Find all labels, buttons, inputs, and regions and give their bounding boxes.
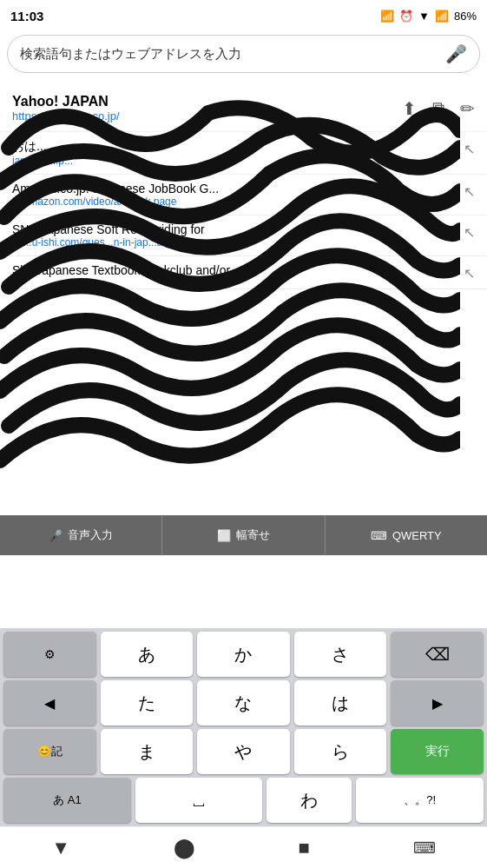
voice-input-icon: 🎤 (49, 529, 63, 542)
yahoo-title: Yahoo! JAPAN (12, 94, 120, 109)
kb-key-switch[interactable]: あ A1 (3, 778, 131, 823)
kb-tab-voice[interactable]: 🎤 音声入力 (0, 515, 162, 555)
nav-back-icon[interactable]: ▼ (51, 837, 70, 859)
suggestion-content: おは... jan-a-se...p... (12, 139, 464, 167)
suggestion-title: おは... (12, 139, 464, 155)
suggestion-item[interactable]: Amazon.co.jp: Japanese JobBook G... jp.a… (0, 175, 487, 215)
suggestion-url: jp.amazon.com/video/a/eur...k.page (12, 195, 394, 208)
kb-key-punct[interactable]: 、。?! (356, 778, 484, 823)
status-time: 11:03 (10, 9, 43, 23)
kb-key-space[interactable]: ⎵ (135, 778, 263, 823)
suggestion-item[interactable]: SNS Japanese Soft Rob... riding for im..… (0, 215, 487, 256)
browser-list: Yahoo! JAPAN https://m.yahoo.co.jp/ ⬆ ⧉ … (0, 76, 487, 298)
kb-key-right[interactable]: ▶ (391, 680, 484, 726)
suggestion-title: SNS Japanese Soft Rob... riding for (12, 222, 464, 236)
kb-key-ha[interactable]: は (294, 680, 387, 726)
suggestion-content: Sky Japanese Textbook bookclub and/or (12, 263, 464, 277)
kb-key-ma[interactable]: ま (101, 729, 194, 774)
kb-row-3: 😊記 ま や ら 実行 (3, 729, 484, 774)
kb-key-wa[interactable]: わ (267, 778, 352, 823)
nav-keyboard-icon[interactable]: ⌨ (413, 838, 436, 858)
cellular-icon: 📶 (435, 10, 449, 23)
arrow-icon: ↖ (464, 141, 475, 157)
kb-key-sa[interactable]: さ (294, 632, 387, 677)
voice-input-label: 音声入力 (68, 527, 113, 543)
kb-key-backspace[interactable]: ⌫ (391, 632, 484, 677)
mic-icon[interactable]: 🎤 (445, 43, 467, 64)
kb-key-enter[interactable]: 実行 (391, 729, 484, 774)
kb-row-2: ◀ た な は ▶ (3, 680, 484, 726)
keyboard: ⚙ あ か さ ⌫ ◀ た な は ▶ 😊記 ま や ら 実行 あ A1 ⎵ わ… (0, 628, 487, 826)
kb-key-ka[interactable]: か (197, 632, 290, 677)
search-input[interactable]: 検索語句またはウェブアドレスを入力 (20, 46, 445, 63)
share-icon[interactable]: ⬆ (402, 98, 417, 119)
kb-key-settings[interactable]: ⚙ (3, 632, 96, 677)
kb-key-ra[interactable]: ら (294, 729, 387, 774)
suggestion-content: SNS Japanese Soft Rob... riding for im..… (12, 222, 464, 248)
search-bar[interactable]: 検索語句またはウェブアドレスを入力 🎤 (7, 35, 480, 73)
width-label: 幅寄せ (236, 527, 270, 543)
keyboard-top-bar: 🎤 音声入力 ⬜ 幅寄せ ⌨ QWERTY (0, 515, 487, 555)
yahoo-actions: ⬆ ⧉ ✏ (402, 98, 475, 119)
qwerty-label: QWERTY (392, 529, 442, 542)
suggestion-title: Amazon.co.jp: Japanese JobBook G... (12, 182, 464, 195)
status-icons: 📶 ⏰ ▼ 📶 86% (380, 10, 477, 23)
yahoo-info: Yahoo! JAPAN https://m.yahoo.co.jp/ (12, 94, 120, 123)
suggestion-content: Amazon.co.jp: Japanese JobBook G... jp.a… (12, 182, 464, 208)
arrow-icon: ↖ (464, 224, 475, 241)
status-bar: 11:03 📶 ⏰ ▼ 📶 86% (0, 0, 487, 31)
nav-bar: ▼ ⬤ ■ ⌨ (0, 826, 487, 868)
kb-tab-width[interactable]: ⬜ 幅寄せ (162, 515, 325, 555)
battery-text: 86% (454, 10, 477, 23)
alarm-icon: ⏰ (399, 10, 413, 23)
yahoo-item[interactable]: Yahoo! JAPAN https://m.yahoo.co.jp/ ⬆ ⧉ … (0, 85, 487, 132)
suggestion-item[interactable]: おは... jan-a-se...p... ↖ (0, 132, 487, 175)
copy-icon[interactable]: ⧉ (432, 98, 444, 118)
arrow-icon: ↖ (464, 183, 475, 200)
kb-key-a[interactable]: あ (101, 632, 194, 677)
suggestion-item[interactable]: Sky Japanese Textbook bookclub and/or ↖ (0, 256, 487, 289)
kb-key-ta[interactable]: た (101, 680, 194, 726)
kb-key-ya[interactable]: や (197, 729, 290, 774)
wifi-icon: ▼ (418, 10, 430, 23)
kb-key-na[interactable]: な (197, 680, 290, 726)
kb-key-left[interactable]: ◀ (3, 680, 96, 726)
signal-icon: 📶 (380, 10, 394, 23)
kb-row-1: ⚙ あ か さ ⌫ (3, 632, 484, 677)
kb-row-4: あ A1 ⎵ わ 、。?! (3, 778, 484, 823)
nav-home-icon[interactable]: ⬤ (174, 837, 195, 859)
keyboard-icon: ⌨ (371, 529, 387, 542)
yahoo-url[interactable]: https://m.yahoo.co.jp/ (12, 109, 120, 123)
nav-recent-icon[interactable]: ■ (299, 837, 310, 859)
suggestion-url: im...u-ishi.com/ques...n-in-jap...aith-b (12, 236, 394, 248)
suggestion-url: jan-a-se...p... (12, 155, 394, 167)
width-icon: ⬜ (217, 529, 231, 542)
suggestion-title: Sky Japanese Textbook bookclub and/or (12, 263, 464, 277)
kb-tab-qwerty[interactable]: ⌨ QWERTY (326, 515, 487, 555)
arrow-icon: ↖ (464, 265, 475, 282)
edit-icon[interactable]: ✏ (460, 98, 475, 119)
kb-key-emoji[interactable]: 😊記 (3, 729, 96, 774)
